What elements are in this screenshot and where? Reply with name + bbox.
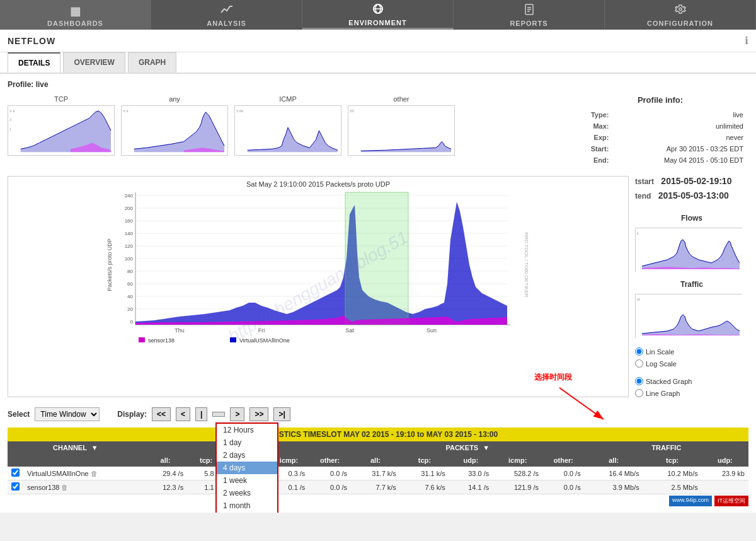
- line-graph-row: Line Graph: [635, 389, 748, 397]
- svg-rect-60: [230, 337, 236, 342]
- dropdown-item-1m[interactable]: 1 month: [217, 499, 277, 512]
- row2-trash-icon[interactable]: 🗑: [61, 484, 68, 491]
- tab-graph[interactable]: GRAPH: [128, 52, 176, 73]
- log-scale-row: Log Scale: [635, 359, 748, 368]
- col-pkts-udp: udp:: [449, 454, 493, 467]
- nav-pipe-btn[interactable]: |: [195, 407, 207, 421]
- log-scale-radio[interactable]: [635, 359, 643, 368]
- big-chart-wrap: http://chengguang.blog.51 Sat May 2 19:1…: [8, 176, 629, 397]
- time-range-dropdown[interactable]: 12 Hours 1 day 2 days 4 days 1 week 2 we…: [215, 422, 278, 513]
- channel-filter-icon[interactable]: ▼: [91, 444, 98, 451]
- type-value: live: [614, 110, 747, 120]
- packets-filter-icon[interactable]: ▼: [483, 444, 490, 451]
- svg-text:Sat: Sat: [345, 327, 354, 334]
- any-chart: π k: [121, 105, 228, 156]
- dropdown-item-12h[interactable]: 12 Hours: [217, 424, 277, 436]
- tcp-label: TCP: [8, 95, 115, 103]
- time-window-select[interactable]: Time Window: [35, 407, 100, 421]
- row1-pkts-tcp: 31.1 k/s: [400, 467, 449, 480]
- dropdown-item-4d[interactable]: 4 days: [217, 462, 277, 474]
- svg-text:sensor138: sensor138: [148, 337, 175, 344]
- svg-text:M: M: [637, 298, 640, 301]
- svg-text:Sun: Sun: [427, 327, 437, 334]
- traffic-header: TRAFFIC: [585, 441, 748, 454]
- right-panels: tstart 2015-05-02-19:10 tend 2015-05-03-…: [635, 176, 748, 397]
- row1-flows-all: 29.4 /s: [144, 467, 187, 480]
- main-content: Profile: live TCP π k 2 1: [0, 74, 756, 513]
- col-pkts-all: all:: [351, 454, 400, 467]
- end-value: May 04 2015 - 05:10 EDT: [614, 155, 747, 165]
- dropdown-item-2d[interactable]: 2 days: [217, 449, 277, 462]
- col-flows-other: other:: [309, 454, 351, 467]
- svg-text:π k: π k: [9, 109, 15, 113]
- row1-trash-icon[interactable]: 🗑: [91, 470, 98, 477]
- svg-text:0: 0: [130, 319, 134, 325]
- row1-traffic-udp: 23.9 kb: [702, 467, 748, 480]
- svg-text:VirtualUSMAllInOne: VirtualUSMAllInOne: [239, 337, 290, 344]
- row1-traffic-tcp: 10.2 Mb/s: [643, 467, 702, 480]
- row2-checkbox[interactable]: [8, 480, 23, 494]
- sub-tabs: DETAILS OVERVIEW GRAPH: [0, 52, 756, 74]
- dropdown-item-1w[interactable]: 1 week: [217, 474, 277, 487]
- log-scale-label: Log Scale: [646, 360, 677, 368]
- nav-dashboards-label: DASHBOARDS: [47, 20, 103, 27]
- svg-text:Thu: Thu: [175, 327, 185, 334]
- environment-icon: [371, 3, 385, 18]
- tstart-value: 2015-05-02-19:10: [661, 176, 731, 186]
- annotation-arrow: [553, 385, 616, 422]
- svg-text:RRD TOOL / TOBI OETIKER: RRD TOOL / TOBI OETIKER: [524, 232, 529, 297]
- line-graph-radio[interactable]: [635, 389, 643, 397]
- row2-pkts-all: 7.7 k/s: [351, 480, 400, 494]
- nav-configuration[interactable]: CONFIGURATION: [605, 0, 756, 30]
- nav-dashboards[interactable]: ▦ DASHBOARDS: [0, 0, 151, 30]
- nav-environment[interactable]: ENVIRONMENT: [302, 0, 454, 30]
- dropdown-item-1d[interactable]: 1 day: [217, 436, 277, 449]
- brand-badges: www.94ip.com IT运维空间: [8, 496, 748, 506]
- dropdown-item-2w[interactable]: 2 weeks: [217, 487, 277, 499]
- svg-text:20: 20: [127, 306, 133, 312]
- col-traffic-tcp: tcp:: [643, 454, 702, 467]
- nav-reports[interactable]: REPORTS: [454, 0, 605, 30]
- row1-traffic-all: 16.4 Mb/s: [585, 467, 643, 480]
- lin-scale-radio[interactable]: [635, 347, 643, 356]
- stacked-graph-radio[interactable]: [635, 377, 643, 385]
- controls-row: Select Time Window Display: 12 Hours 1 d…: [8, 404, 748, 425]
- dashboards-icon: ▦: [70, 4, 81, 18]
- tab-overview[interactable]: OVERVIEW: [63, 52, 125, 73]
- nav-first-btn[interactable]: <<: [152, 407, 171, 421]
- tstart-label: tstart: [635, 177, 654, 186]
- nav-empty-btn[interactable]: [212, 412, 225, 417]
- lin-scale-row: Lin Scale: [635, 347, 748, 356]
- row2-pkts-other: 0.0 /s: [542, 480, 585, 494]
- row1-flows-other: 0.0 /s: [309, 467, 351, 480]
- scale-options: Lin Scale Log Scale: [635, 347, 748, 368]
- row1-checkbox[interactable]: [8, 467, 23, 480]
- reports-icon: [524, 4, 535, 18]
- tab-details[interactable]: DETAILS: [8, 52, 60, 73]
- row1-pkts-udp: 33.0 /s: [449, 467, 493, 480]
- page-info-icon[interactable]: ℹ: [745, 35, 748, 47]
- nav-next-btn[interactable]: >: [230, 407, 244, 421]
- nav-analysis[interactable]: ANALYSIS: [151, 0, 302, 30]
- row2-pkts-tcp: 7.6 k/s: [400, 480, 449, 494]
- svg-text:60: 60: [127, 281, 133, 287]
- nav-last-btn[interactable]: >|: [273, 407, 290, 421]
- row2-flows-all: 12.3 /s: [144, 480, 187, 494]
- packets-header: PACKETS ▼: [351, 441, 585, 454]
- table-row: VirtualUSMAllInOne 🗑 29.4 /s 5.8 /s 23.3…: [8, 467, 748, 480]
- nav-fast-next-btn[interactable]: >>: [249, 407, 268, 421]
- col-traffic-udp: udp:: [702, 454, 748, 467]
- row2-pkts-udp: 14.1 /s: [449, 480, 493, 494]
- nav-prev-btn[interactable]: <: [176, 407, 190, 421]
- tstart-row: tstart 2015-05-02-19:10: [635, 176, 748, 186]
- stacked-graph-row: Stacked Graph: [635, 377, 748, 385]
- svg-rect-58: [139, 337, 145, 342]
- tcp-chart-block: TCP π k 2 1: [8, 95, 115, 156]
- row2-pkts-icmp: 121.9 /s: [493, 480, 542, 494]
- brand-badge-1: www.94ip.com: [669, 496, 712, 506]
- annotation-text: 选择时间段: [534, 372, 572, 383]
- dropdown-item-2m[interactable]: 2 months: [217, 512, 277, 513]
- flows-chart: k: [635, 228, 742, 272]
- row2-traffic-udp: [702, 480, 748, 494]
- nav-environment-label: ENVIRONMENT: [348, 19, 406, 26]
